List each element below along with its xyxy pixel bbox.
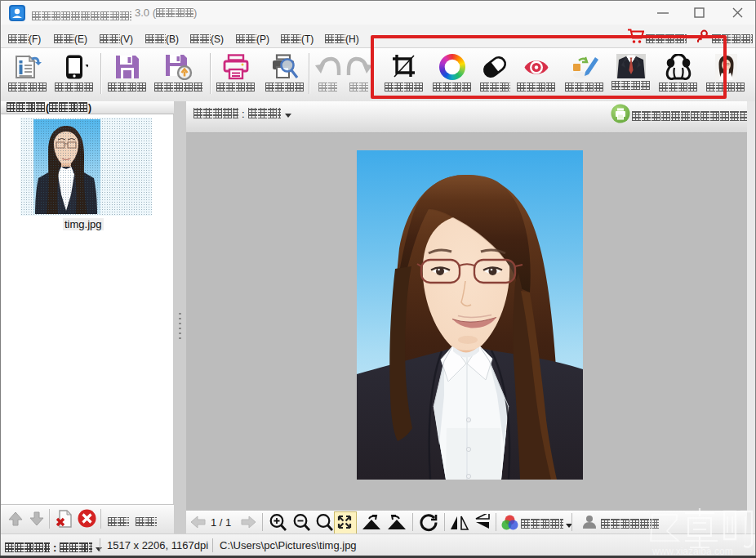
svg-text:www.xiazaiba.com: www.xiazaiba.com (651, 546, 733, 557)
